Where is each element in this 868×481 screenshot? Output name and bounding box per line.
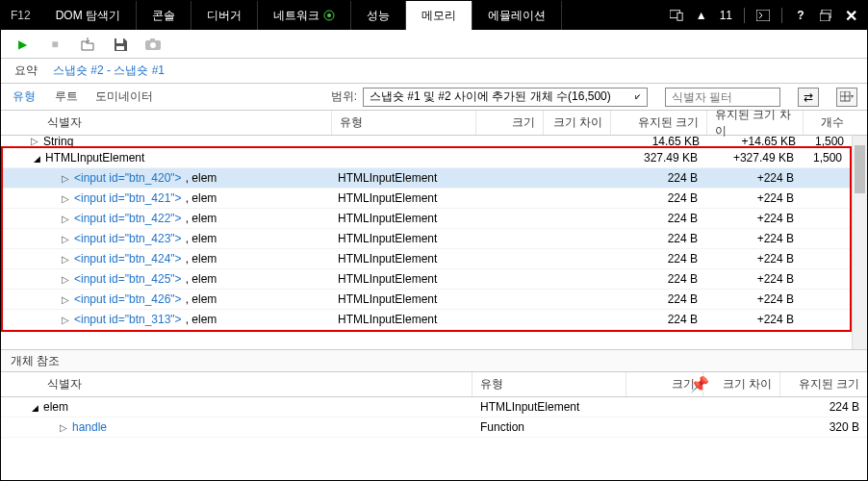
toolbar: ▶ ■: [1, 30, 867, 59]
table-row[interactable]: <input id="btn_422">, elemHTMLInputEleme…: [3, 209, 850, 229]
row-retained-diff: +224 B: [705, 232, 802, 245]
main-tab[interactable]: 성능: [351, 1, 406, 30]
refs-col-type[interactable]: 유형: [472, 372, 626, 396]
warning-icon[interactable]: ▲: [695, 9, 708, 22]
main-tab[interactable]: 콘솔: [137, 1, 191, 30]
row-type: HTMLInputElement: [472, 400, 626, 414]
col-count[interactable]: 개수: [804, 111, 852, 135]
table-row[interactable]: <input id="btn_313">, elemHTMLInputEleme…: [3, 310, 850, 330]
f12-label: F12: [1, 1, 40, 30]
highlighted-group: HTMLInputElement327.49 KB+327.49 KB1,500…: [1, 146, 852, 332]
svg-rect-7: [116, 38, 123, 43]
scope-value: 스냅숏 #1 및 #2 사이에 추가된 개체 수(16,500): [370, 89, 611, 105]
scope-select[interactable]: 스냅숏 #1 및 #2 사이에 추가된 개체 수(16,500) 🗸: [363, 88, 648, 107]
device-icon[interactable]: [670, 9, 683, 22]
svg-point-11: [150, 42, 156, 48]
col-retained[interactable]: 유지된 크기: [611, 111, 707, 135]
col-identifier[interactable]: 식별자: [1, 111, 332, 135]
grid-options-icon[interactable]: [836, 88, 857, 107]
row-retained: 224 B: [609, 292, 705, 306]
refs-col-retained[interactable]: 유지된 크기: [780, 372, 867, 396]
identifier-filter-input[interactable]: [665, 88, 780, 107]
refs-table-row[interactable]: handleFunction320 B: [1, 418, 867, 438]
main-tabs: DOM 탐색기콘솔디버거네트워크성능메모리에뮬레이션: [40, 1, 660, 30]
row-identifier: <input id="btn_423">: [74, 232, 182, 245]
col-size-diff[interactable]: 크기 차이: [544, 111, 611, 135]
row-retained-diff: +327.49 KB: [705, 151, 802, 165]
view-tab-dominator[interactable]: 도미네이터: [95, 89, 153, 105]
row-retained-diff: +224 B: [705, 252, 802, 266]
main-tab[interactable]: 메모리: [406, 1, 472, 30]
expand-icon[interactable]: [59, 422, 68, 433]
table-row[interactable]: HTMLInputElement327.49 KB+327.49 KB1,500: [3, 148, 850, 168]
import-icon[interactable]: [80, 37, 95, 52]
expand-icon[interactable]: [61, 214, 70, 224]
view-tab-root[interactable]: 루트: [55, 89, 78, 105]
expand-icon[interactable]: [61, 193, 70, 204]
refs-col-identifier[interactable]: 식별자: [1, 372, 472, 396]
table-row[interactable]: <input id="btn_423">, elemHTMLInputEleme…: [3, 229, 850, 249]
expand-icon[interactable]: [61, 274, 70, 285]
row-identifier: <input id="btn_313">: [74, 313, 182, 326]
col-type[interactable]: 유형: [332, 111, 476, 135]
refs-col-size[interactable]: 크기📌: [626, 372, 703, 396]
help-icon[interactable]: ?: [794, 9, 807, 22]
svg-rect-3: [677, 13, 682, 20]
titlebar: F12 DOM 탐색기콘솔디버거네트워크성능메모리에뮬레이션 ▲ 11 ? ✕: [1, 1, 867, 30]
play-icon[interactable]: ▶: [14, 37, 30, 52]
col-retained-diff[interactable]: 유지된 크기 차이: [707, 111, 804, 135]
row-identifier: <input id="btn_425">: [74, 272, 182, 286]
row-retained-diff: +224 B: [705, 292, 802, 306]
svg-point-1: [327, 13, 331, 17]
refs-grid-body: elemHTMLInputElement224 BhandleFunction3…: [1, 397, 867, 438]
stop-icon[interactable]: ■: [47, 37, 63, 52]
expand-icon[interactable]: [32, 153, 41, 164]
view-tab-type[interactable]: 유형: [11, 89, 38, 105]
row-identifier: <input id="btn_424">: [74, 252, 182, 266]
table-row[interactable]: <input id="btn_426">, elemHTMLInputEleme…: [3, 290, 850, 310]
main-tab[interactable]: 디버거: [191, 1, 258, 30]
row-retained-diff: +224 B: [705, 272, 802, 286]
row-count: 1,500: [804, 136, 852, 147]
chevron-down-icon: 🗸: [633, 91, 643, 102]
main-tab[interactable]: 네트워크: [258, 1, 351, 30]
row-retained: 224 B: [609, 212, 705, 225]
row-type: HTMLInputElement: [330, 272, 474, 286]
row-type: HTMLInputElement: [330, 191, 474, 205]
row-retained: 14.65 KB: [611, 136, 707, 147]
svg-rect-4: [756, 10, 770, 21]
console-icon[interactable]: [756, 9, 770, 22]
expand-icon[interactable]: [61, 234, 70, 244]
col-size[interactable]: 크기: [476, 111, 544, 135]
row-retained: 224 B: [609, 252, 705, 266]
scrollbar-thumb[interactable]: [855, 145, 865, 193]
close-icon[interactable]: ✕: [844, 9, 857, 22]
expand-icon[interactable]: [30, 136, 39, 146]
scrollbar[interactable]: [852, 136, 867, 349]
settings-icon[interactable]: ⇄: [798, 88, 819, 107]
expand-icon[interactable]: [61, 173, 70, 184]
refs-col-size-diff[interactable]: 크기 차이: [703, 372, 780, 396]
table-row[interactable]: <input id="btn_420">, elemHTMLInputEleme…: [3, 168, 850, 189]
expand-icon[interactable]: [61, 254, 70, 265]
object-refs-title: 개체 참조: [1, 349, 867, 372]
save-icon[interactable]: [113, 37, 128, 52]
pin-icon[interactable]: 📌: [690, 375, 709, 393]
summary-bar: 요약 스냅숏 #2 - 스냅숏 #1: [1, 59, 867, 84]
row-identifier: <input id="btn_421">: [74, 191, 182, 205]
snapshot-link[interactable]: 스냅숏 #2 - 스냅숏 #1: [53, 63, 165, 79]
restore-icon[interactable]: [819, 9, 832, 22]
row-type: HTMLInputElement: [330, 292, 474, 306]
table-row[interactable]: <input id="btn_421">, elemHTMLInputEleme…: [3, 189, 850, 209]
main-tab[interactable]: 에뮬레이션: [472, 1, 562, 30]
expand-icon[interactable]: [30, 402, 39, 413]
table-row[interactable]: <input id="btn_425">, elemHTMLInputEleme…: [3, 269, 850, 290]
expand-icon[interactable]: [61, 315, 70, 325]
refs-table-row[interactable]: elemHTMLInputElement224 B: [1, 397, 867, 418]
camera-icon[interactable]: [145, 37, 161, 52]
row-type: HTMLInputElement: [330, 313, 474, 326]
row-identifier: String: [43, 136, 73, 147]
main-tab[interactable]: DOM 탐색기: [40, 1, 137, 30]
expand-icon[interactable]: [61, 294, 70, 305]
table-row[interactable]: <input id="btn_424">, elemHTMLInputEleme…: [3, 249, 850, 269]
